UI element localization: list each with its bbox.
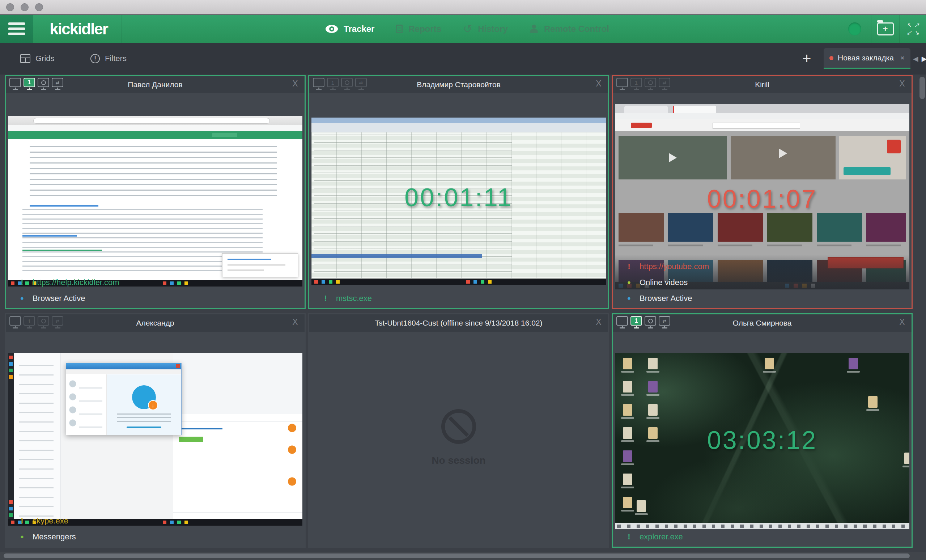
thumb-side-panel [14, 353, 61, 520]
window-close-button[interactable] [6, 3, 14, 11]
view-mode-icons: 1 ⇄ [616, 78, 670, 92]
activity-timer: 03:03:12 [613, 426, 912, 455]
switch-screen-icon[interactable]: ⇄ [659, 316, 670, 330]
thumb-desktop-icon [623, 497, 632, 508]
screen-thumbnail[interactable] [8, 353, 303, 526]
vertical-scrollbar[interactable] [920, 77, 925, 549]
window-minimize-button[interactable] [21, 3, 29, 11]
employee-tile-alexandr[interactable]: Александр X 1 ⇄ ! skype.exe ● [5, 313, 306, 548]
nav-reports[interactable]: Reports [396, 24, 441, 34]
thumb-kickidler-navbar [8, 131, 303, 139]
thumb-desktop-icon [849, 358, 858, 369]
hamburger-menu-button[interactable] [0, 15, 33, 43]
monitor-icon[interactable] [313, 78, 324, 92]
screen-thumbnail[interactable] [8, 116, 303, 286]
thumb-address-bar [615, 113, 909, 120]
close-icon[interactable]: X [290, 317, 300, 327]
monitor-icon[interactable] [9, 316, 21, 330]
add-window-icon[interactable]: + [877, 23, 894, 35]
grids-button[interactable]: Grids [20, 43, 54, 74]
camera-icon[interactable] [645, 316, 656, 330]
camera-icon[interactable] [341, 78, 353, 92]
monitor-1-icon[interactable]: 1 [24, 78, 35, 92]
thumb-taskbar [312, 278, 606, 285]
alert-icon: ! [315, 294, 336, 303]
employee-tile-kirill[interactable]: Kirill X 1 ⇄ 00:01:07 ! https://youtube.… [612, 75, 912, 309]
tab-scroll-right-icon[interactable]: ▶ [921, 54, 926, 63]
history-icon: ↺ [463, 24, 472, 33]
close-icon[interactable]: X [593, 79, 604, 89]
tracker-toolbar: Grids ! Filters + Новая закладка × ◀ ▶ [0, 43, 926, 74]
thumb-selected-row [312, 254, 482, 258]
view-mode-icons: 1 ⇄ [9, 78, 63, 92]
thumb-desktop-icon [765, 358, 774, 369]
active-app: skype.exe [33, 516, 68, 526]
thumb-skype-menu [66, 369, 181, 374]
filters-button[interactable]: ! Filters [91, 43, 127, 74]
status-row: ! explorer.exe [619, 530, 906, 544]
add-tab-button[interactable]: + [802, 43, 811, 74]
thumb-video-player [731, 136, 835, 179]
switch-screen-icon[interactable]: ⇄ [355, 78, 367, 92]
view-mode-icons: 1 ⇄ [9, 316, 63, 330]
employee-tile-tst-ubnt-offline[interactable]: Tst-Ubnt1604-Cust (offline since 9/13/20… [308, 313, 609, 548]
switch-screen-icon[interactable]: ⇄ [52, 78, 63, 92]
thumb-skype-update-pane [107, 374, 181, 435]
monitor-icon[interactable] [9, 78, 21, 92]
fullscreen-icon[interactable]: ↖↗↙↘ [906, 22, 920, 36]
active-app: mstsc.exe [336, 294, 372, 303]
camera-icon[interactable] [38, 316, 49, 330]
grid-icon [20, 54, 30, 63]
close-icon[interactable]: X [897, 79, 907, 89]
category-dot-icon: ● [619, 295, 640, 302]
switch-screen-icon[interactable]: ⇄ [659, 78, 670, 92]
activity-timer: 00:01:07 [613, 185, 912, 213]
status-row: ● Browser Active [619, 292, 906, 305]
status-row: ! https://youtube.com [619, 260, 906, 274]
tab-scroll-left-icon[interactable]: ◀ [913, 54, 918, 63]
monitor-1-icon[interactable]: 1 [24, 316, 35, 330]
thumb-desktop-icon [623, 404, 632, 416]
employee-tile-pavel-danilov[interactable]: Павел Данилов X 1 ⇄ ! https://help.kicki… [5, 75, 306, 309]
category-dot-icon: ● [12, 295, 33, 302]
status-block: ! mstsc.exe [315, 292, 602, 305]
monitor-icon[interactable] [616, 316, 628, 330]
status-row: ! https://help.kickidler.com [12, 275, 299, 289]
camera-icon[interactable] [38, 78, 49, 92]
employee-tile-olga-smirnova[interactable]: Ольга Смирнова X 1 ⇄ 03:03:12 ! explorer… [612, 313, 912, 548]
thumb-youtube-header [615, 120, 909, 131]
monitor-icon[interactable] [616, 78, 628, 92]
tab-scroll-arrows: ◀ ▶ [913, 43, 926, 74]
employee-name: Tst-Ubnt1604-Cust (offline since 9/13/20… [309, 319, 608, 327]
horizontal-scrollbar-thumb[interactable] [4, 554, 910, 558]
activity-timer: 00:01:11 [309, 183, 608, 212]
nav-history[interactable]: ↺ History [463, 24, 508, 34]
status-row: ● Messengers [12, 530, 299, 544]
nav-remote-control[interactable]: Remote Control [530, 24, 609, 34]
monitor-1-icon[interactable]: 1 [631, 316, 642, 330]
switch-screen-icon[interactable]: ⇄ [52, 316, 63, 330]
horizontal-scrollbar[interactable] [0, 552, 926, 560]
view-mode-icons: 1 ⇄ [616, 316, 670, 330]
monitor-1-icon[interactable]: 1 [631, 78, 642, 92]
status-block: ! https://youtube.com ● Online videos ● … [619, 260, 906, 305]
window-zoom-button[interactable] [35, 3, 43, 11]
monitor-1-icon[interactable]: 1 [327, 78, 339, 92]
new-window-cell: + [871, 15, 899, 43]
nav-tracker[interactable]: Tracker [325, 24, 374, 34]
close-icon[interactable]: X [897, 317, 907, 327]
status-row: ● Online videos [619, 275, 906, 289]
thumb-ad-banner [839, 136, 906, 179]
thumb-desktop-icon [868, 396, 878, 408]
close-icon[interactable]: X [593, 317, 604, 327]
status-block: ! https://help.kickidler.com ● Browser A… [12, 275, 299, 305]
vertical-scrollbar-thumb[interactable] [920, 77, 925, 99]
employee-tile-vladimir-starovoitov[interactable]: Владимир Старовойтов X 1 ⇄ 00:01:11 ! ms… [308, 75, 609, 309]
close-icon[interactable]: X [290, 79, 300, 89]
camera-icon[interactable] [645, 78, 656, 92]
tab-new-bookmark[interactable]: Новая закладка × [824, 48, 911, 69]
tab-close-icon[interactable]: × [900, 53, 905, 62]
alert-icon: ! [12, 278, 33, 287]
no-session-block: No session [309, 409, 608, 466]
filter-warning-icon: ! [91, 54, 100, 63]
